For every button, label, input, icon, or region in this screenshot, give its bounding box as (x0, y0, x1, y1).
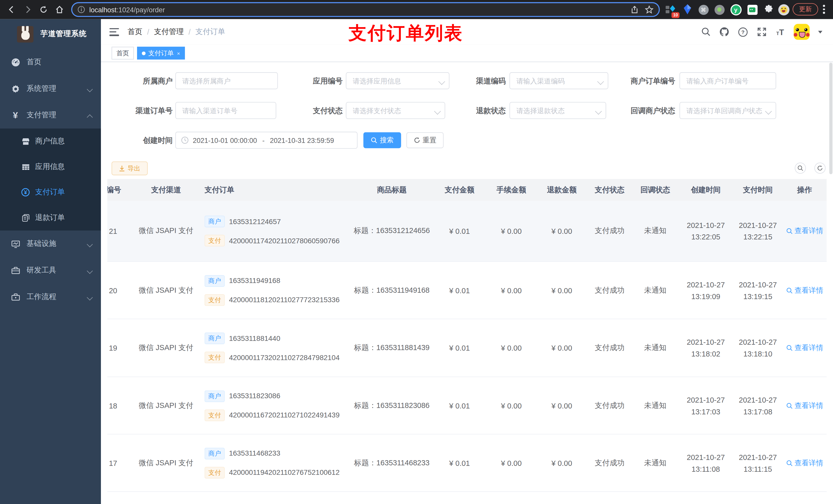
callback-status-select[interactable] (680, 102, 776, 119)
table-row[interactable]: 商户1635311951796 (107, 492, 827, 504)
reload-icon[interactable] (39, 5, 48, 14)
share-icon[interactable] (630, 6, 639, 14)
channel-code-select[interactable] (509, 72, 609, 89)
breadcrumb-current: 支付订单 (195, 27, 225, 37)
sidebar-item-pay-order[interactable]: 支付订单 (0, 179, 101, 205)
view-detail-link[interactable]: 查看详情 (786, 401, 823, 410)
main-content: 所属商户 应用编号 渠道编码 商户订单编号 渠道订单号 支付状态 退款状态 回调… (101, 62, 833, 504)
sidebar: 芋道管理系统 首页 系统管理 ¥ 支付管理 商户信息 (0, 19, 101, 504)
site-info-icon[interactable] (78, 6, 85, 13)
pay-order-table: 编号 支付渠道 支付订单 商品标题 支付金额 手续金额 退款金额 支付状态 回调… (107, 179, 827, 504)
view-detail-link[interactable]: 查看详情 (786, 226, 823, 236)
sidebar-item-home[interactable]: 首页 (0, 49, 101, 75)
search-icon[interactable] (701, 27, 711, 37)
export-button[interactable]: 导出 (112, 161, 148, 175)
merchant-tag: 商户 (205, 275, 224, 287)
merchant-tag: 商户 (205, 332, 224, 344)
app-logo-row[interactable]: 芋道管理系统 (0, 19, 101, 49)
toolbox-icon (10, 266, 20, 275)
create-time-range-picker[interactable]: 2021-10-01 00:00:00 - 2021-10-31 23:59:5… (175, 131, 357, 148)
browser-update-button[interactable]: 更新 (792, 3, 818, 15)
fullscreen-icon[interactable] (756, 27, 766, 37)
reset-button[interactable]: 重置 (406, 132, 444, 148)
github-icon[interactable] (719, 27, 729, 37)
browser-window: localhost:1024/pay/order 10 ⌘ y (0, 0, 833, 504)
refund-status-select[interactable] (509, 102, 606, 119)
sidebar-item-pay[interactable]: ¥ 支付管理 (0, 102, 101, 128)
extension-icon-5[interactable]: y (730, 4, 742, 16)
address-bar[interactable]: localhost:1024/pay/order (71, 2, 660, 17)
sidebar-item-app-info[interactable]: 应用信息 (0, 154, 101, 179)
clock-icon (181, 137, 189, 144)
pay-tag: 支付 (205, 409, 224, 421)
magnifier-icon (786, 402, 792, 409)
sidebar-item-label: 研发工具 (27, 266, 88, 275)
user-avatar[interactable] (794, 24, 810, 40)
view-detail-link[interactable]: 查看详情 (786, 343, 823, 353)
chevron-down-icon (88, 241, 93, 247)
extension-icon-2[interactable] (682, 4, 693, 16)
tags-view-bar: 首页 支付订单 × (101, 45, 833, 62)
table-row[interactable]: 20 微信 JSAPI 支付 商户1635311949168 支付4200001… (107, 262, 827, 319)
table-row[interactable]: 19 微信 JSAPI 支付 商户1635311881440 支付4200001… (107, 319, 827, 377)
help-icon[interactable]: ? (738, 27, 748, 37)
search-icon (371, 137, 377, 143)
date-start[interactable]: 2021-10-01 00:00:00 (193, 136, 257, 144)
extension-icon-1[interactable]: 10 (665, 4, 676, 16)
pay-tag: 支付 (205, 235, 224, 247)
tab-pay-order[interactable]: 支付订单 × (137, 47, 185, 60)
filter-label-merchant: 所属商户 (101, 72, 173, 89)
close-icon[interactable]: × (177, 50, 180, 56)
monitor-icon (10, 239, 20, 248)
avatar-caret-icon[interactable] (818, 30, 823, 33)
app-title: 芋道管理系统 (41, 29, 87, 39)
sidebar-item-merchant-info[interactable]: 商户信息 (0, 128, 101, 154)
extensions-puzzle-icon[interactable] (763, 4, 775, 16)
filter-label-channel-order-no: 渠道订单号 (101, 102, 173, 119)
sidebar-item-label: 首页 (27, 57, 93, 67)
sidebar-item-refund-order[interactable]: 退款订单 (0, 205, 101, 231)
table-refresh-button[interactable] (814, 163, 826, 174)
sidebar-item-system[interactable]: 系统管理 (0, 75, 101, 102)
home-icon[interactable] (55, 5, 64, 14)
filter-label-pay-status: 支付状态 (260, 102, 342, 119)
search-button[interactable]: 搜索 (363, 132, 401, 148)
breadcrumb-section[interactable]: 支付管理 (154, 27, 184, 37)
back-icon[interactable] (7, 5, 16, 14)
document-icon (21, 214, 30, 222)
extension-icon-6[interactable] (746, 4, 758, 16)
sidebar-item-label: 工作流程 (27, 292, 88, 302)
sidebar-item-dev-tools[interactable]: 研发工具 (0, 257, 101, 284)
breadcrumb: 首页 / 支付管理 / 支付订单 (127, 27, 225, 37)
refresh-icon (414, 137, 420, 143)
merchant-order-no-input[interactable] (680, 72, 776, 89)
table-row[interactable]: 21 微信 JSAPI 支付 商户1635312124657 支付4200001… (107, 201, 827, 262)
table-row[interactable]: 17 微信 JSAPI 支付 商户1635311468233 支付4200001… (107, 435, 827, 492)
breadcrumb-home[interactable]: 首页 (127, 27, 142, 37)
extension-icon-3[interactable]: ⌘ (697, 4, 709, 16)
pay-submenu: 商户信息 应用信息 支付订单 退款订单 (0, 128, 101, 231)
page-scrollbar[interactable] (829, 21, 832, 502)
extension-badge: 10 (672, 12, 680, 18)
sidebar-item-label: 商户信息 (35, 137, 65, 146)
app-logo (17, 26, 33, 42)
font-size-icon[interactable]: TT (775, 27, 785, 37)
hamburger-icon[interactable] (110, 28, 119, 36)
sidebar-item-infra[interactable]: 基础设施 (0, 231, 101, 257)
table-row[interactable]: 18 微信 JSAPI 支付 商户1635311823086 支付4200001… (107, 377, 827, 435)
forward-icon[interactable] (23, 5, 32, 14)
date-end[interactable]: 2021-10-31 23:59:59 (270, 136, 334, 144)
magnifier-icon (786, 345, 792, 351)
merchant-tag: 商户 (205, 390, 224, 402)
browser-menu-icon[interactable] (823, 5, 825, 15)
profile-avatar-icon[interactable] (778, 4, 789, 16)
bookmark-star-icon[interactable] (645, 5, 653, 14)
page-title-annotation: 支付订单列表 (349, 21, 463, 46)
sidebar-item-workflow[interactable]: 工作流程 (0, 284, 101, 310)
view-detail-link[interactable]: 查看详情 (786, 458, 823, 467)
tab-home[interactable]: 首页 (112, 47, 134, 60)
extension-icon-4[interactable] (713, 4, 725, 16)
table-search-toggle[interactable] (795, 163, 806, 174)
view-detail-link[interactable]: 查看详情 (786, 286, 823, 295)
chevron-down-icon (88, 268, 93, 273)
